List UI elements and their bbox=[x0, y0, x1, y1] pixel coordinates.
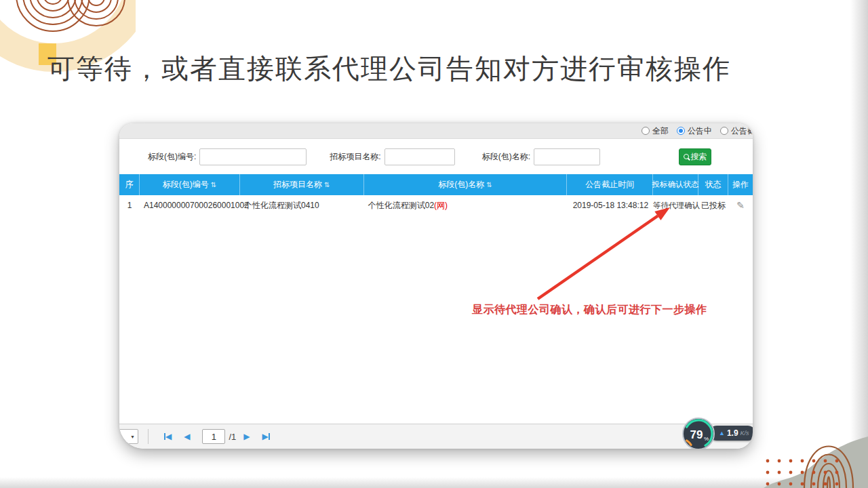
search-bar: 标段(包)编号: 招标项目名称: 标段(包)名称: 搜索 bbox=[119, 139, 753, 174]
cell-seq: 1 bbox=[119, 201, 140, 210]
radio-selected-icon[interactable] bbox=[677, 127, 685, 135]
table-header: 序 标段(包)编号 ⇅ 招标项目名称 ⇅ 标段(包)名称 ⇅ 公告截止时间 投标… bbox=[119, 174, 753, 195]
prev-page-button[interactable]: ◀ bbox=[184, 432, 190, 441]
search-button-label: 搜索 bbox=[691, 151, 707, 163]
search-group-package-no: 标段(包)编号: bbox=[148, 148, 307, 165]
column-label: 投标确认状态 bbox=[652, 180, 699, 190]
cell-package-name: 个性化流程测试02(网) bbox=[364, 200, 568, 211]
gauge-percent-value: 79 bbox=[690, 428, 703, 441]
cell-deadline: 2019-05-18 13:48:12 bbox=[567, 201, 653, 210]
speed-value: 1.9 bbox=[727, 428, 738, 438]
search-group-project-name: 招标项目名称: bbox=[330, 148, 454, 165]
radio-icon[interactable] bbox=[642, 127, 650, 135]
sort-icon[interactable]: ⇅ bbox=[486, 181, 492, 188]
column-header-project-name[interactable]: 招标项目名称 ⇅ bbox=[240, 174, 364, 195]
search-group-package-name: 标段(包)名称: bbox=[482, 148, 600, 165]
cell-confirm-status: 等待代理确认 bbox=[653, 201, 698, 211]
project-name-label: 招标项目名称: bbox=[330, 151, 380, 163]
edit-pencil-icon[interactable]: ✎ bbox=[736, 200, 745, 211]
radio-icon[interactable] bbox=[720, 127, 728, 135]
column-header-status: 状态 bbox=[698, 174, 728, 195]
first-page-icon: ◀ bbox=[165, 432, 172, 441]
search-icon bbox=[684, 154, 689, 159]
divider bbox=[148, 429, 149, 444]
radio-announcing-label: 公告中 bbox=[688, 125, 712, 137]
cell-bid-status: 已投标 bbox=[698, 200, 728, 211]
package-no-label: 标段(包)编号: bbox=[148, 151, 196, 163]
package-no-input[interactable] bbox=[199, 148, 307, 165]
announcement-filter-bar: 全部 公告中 公告截止 bbox=[119, 123, 753, 139]
column-header-package-name[interactable]: 标段(包)名称 ⇅ bbox=[364, 174, 568, 195]
sort-icon[interactable]: ⇅ bbox=[211, 181, 216, 188]
radio-announcement-closed[interactable]: 公告截止 bbox=[720, 125, 753, 137]
package-name-label: 标段(包)名称: bbox=[482, 151, 530, 163]
sort-icon[interactable]: ⇅ bbox=[324, 181, 330, 188]
online-tag: (网) bbox=[434, 201, 448, 210]
app-screenshot-panel: 全部 公告中 公告截止 标段(包)编号: 招标项目名称: 标段(包)名称: 搜索 bbox=[119, 123, 753, 449]
package-name-input[interactable] bbox=[534, 148, 600, 165]
column-label: 序 bbox=[125, 179, 133, 190]
upload-arrow-icon: ▲ bbox=[719, 430, 725, 436]
column-label: 公告截止时间 bbox=[585, 179, 634, 190]
last-page-icon: ▶ bbox=[262, 432, 269, 441]
radio-closed-label: 公告截止 bbox=[731, 125, 753, 137]
last-page-bar-icon bbox=[269, 433, 270, 440]
fingerprint-decoration bbox=[732, 393, 868, 488]
search-button[interactable]: 搜索 bbox=[679, 148, 711, 165]
project-name-input[interactable] bbox=[384, 148, 455, 165]
page-size-select[interactable]: ▼ bbox=[119, 429, 138, 444]
gauge-percent-sign: % bbox=[704, 436, 709, 442]
radio-all-label: 全部 bbox=[652, 125, 669, 137]
last-page-button[interactable]: ▶ bbox=[262, 432, 270, 441]
first-page-button[interactable]: ◀ bbox=[164, 432, 172, 441]
pagination-bar: ▼ ◀ ◀ /1 ▶ ▶ bbox=[119, 424, 753, 449]
cell-project-name: 个性化流程测试0410 bbox=[240, 200, 364, 211]
chevron-down-icon: ▼ bbox=[130, 434, 135, 439]
column-header-confirm-status: 投标确认状态 bbox=[653, 174, 698, 195]
column-label: 标段(包)名称 bbox=[438, 179, 484, 190]
column-header-actions: 操作 bbox=[728, 174, 753, 195]
radio-announcing[interactable]: 公告中 bbox=[677, 125, 712, 137]
page-number-input[interactable] bbox=[202, 429, 225, 444]
next-page-button[interactable]: ▶ bbox=[243, 432, 250, 441]
cell-actions: ✎ bbox=[728, 200, 753, 211]
column-label: 状态 bbox=[705, 179, 722, 190]
column-header-seq: 序 bbox=[119, 174, 140, 195]
slide-title: 可等待，或者直接联系代理公司告知对方进行审核操作 bbox=[47, 50, 731, 87]
browser-speed-widget[interactable]: ▲ 1.9 K/s 79 % bbox=[681, 416, 753, 449]
column-label: 标段(包)编号 bbox=[163, 179, 209, 190]
annotation-text: 显示待代理公司确认，确认后可进行下一步操作 bbox=[472, 303, 707, 317]
radio-all[interactable]: 全部 bbox=[642, 125, 669, 137]
column-label: 招标项目名称 bbox=[273, 179, 322, 190]
column-header-deadline: 公告截止时间 bbox=[567, 174, 653, 195]
table-row: 1 A1400000007000260001002 个性化流程测试0410 个性… bbox=[119, 195, 753, 216]
memory-gauge[interactable]: 79 % bbox=[681, 416, 716, 449]
cell-package-no: A1400000007000260001002 bbox=[140, 201, 240, 210]
column-header-package-no[interactable]: 标段(包)编号 ⇅ bbox=[140, 174, 240, 195]
column-label: 操作 bbox=[732, 179, 749, 190]
package-name-text: 个性化流程测试02 bbox=[368, 201, 434, 210]
page-total-label: /1 bbox=[229, 432, 236, 442]
speed-unit: K/s bbox=[741, 430, 749, 436]
